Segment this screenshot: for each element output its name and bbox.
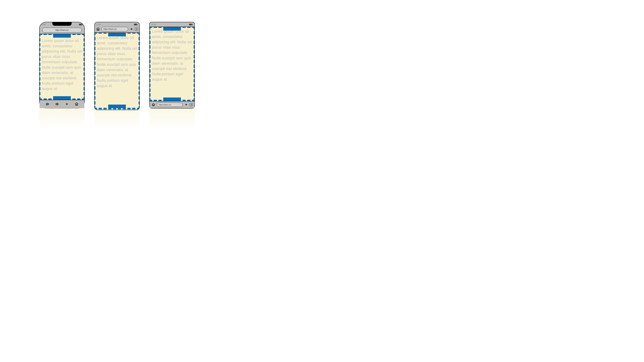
- diagram-three-mobile-viewports: 11:45 https://bram.us/ Lorem ipsum dolor…: [0, 0, 235, 132]
- viewport-marker-top: [53, 34, 71, 38]
- status-time: 11:45: [96, 24, 100, 25]
- phone1-overflow-text: Lorem ipsum dolor sit amet, consectetur …: [39, 108, 85, 132]
- page-body-text: Lorem ipsum dolor sit amet, consectetur …: [152, 29, 193, 82]
- viewport-marker-bottom: [108, 105, 126, 108]
- viewport-marker-bottom: [53, 96, 71, 100]
- phone3-overflow-text: Lorem ipsum dolor sit amet, consectetur …: [149, 108, 195, 132]
- address-bar[interactable]: https://bram.us/: [157, 103, 183, 107]
- page-body-text: Lorem ipsum dolor sit amet, consectetur …: [97, 35, 138, 88]
- browser-bottom-nav: +: [40, 100, 84, 108]
- browser-bottom-toolbar: https://bram.us/ + 5: [150, 101, 194, 108]
- phone-mockup-3: 11:45 Lorem ipsum dolor sit amet, consec…: [149, 22, 195, 108]
- new-tab-icon[interactable]: +: [65, 102, 69, 106]
- browser-viewport: Lorem ipsum dolor sit amet, consectetur …: [95, 32, 140, 110]
- phone2-overflow-text: Lorem ipsum dolor sit amet, consectetur …: [94, 110, 140, 132]
- forward-icon[interactable]: [55, 102, 59, 106]
- address-bar-url: https://bram.us/: [159, 104, 171, 106]
- phone-mockup-1: 11:45 https://bram.us/ Lorem ipsum dolor…: [39, 22, 85, 108]
- browser-viewport: Lorem ipsum dolor sit amet, consectetur …: [150, 27, 194, 101]
- status-time: 11:45: [42, 24, 46, 25]
- battery-icon: [79, 24, 82, 25]
- status-bar: 11:45: [150, 22, 194, 27]
- home-icon[interactable]: [151, 103, 156, 107]
- home-icon[interactable]: [74, 102, 79, 106]
- battery-icon: [189, 24, 192, 25]
- address-bar[interactable]: https://bram.us/: [102, 27, 128, 31]
- browser-viewport: Lorem ipsum dolor sit amet, consectetur …: [40, 34, 84, 100]
- home-icon[interactable]: [96, 27, 100, 31]
- tab-count-badge[interactable]: 5: [190, 103, 193, 106]
- tab-count-value: 5: [136, 28, 137, 30]
- viewport-marker-bottom: [163, 97, 181, 101]
- battery-icon: [134, 24, 138, 25]
- page-body-text: Lorem ipsum dolor sit amet, consectetur …: [42, 38, 83, 91]
- status-time: 11:45: [152, 24, 156, 25]
- tab-count-badge[interactable]: 5: [135, 27, 138, 31]
- back-icon[interactable]: [45, 102, 50, 106]
- address-bar[interactable]: https://bram.us/: [42, 28, 82, 32]
- tab-count-value: 5: [191, 104, 192, 106]
- status-bar: 11:45: [40, 22, 84, 27]
- new-tab-icon[interactable]: +: [130, 27, 134, 31]
- status-bar: 11:45: [95, 22, 140, 27]
- phone-mockup-2: 11:45 https://bram.us/ + 5 Lorem ipsum d…: [94, 22, 140, 110]
- address-bar-url: https://bram.us/: [55, 29, 69, 31]
- new-tab-icon[interactable]: +: [184, 103, 188, 107]
- browser-top-toolbar: https://bram.us/ + 5: [96, 26, 138, 32]
- address-bar-url: https://bram.us/: [104, 28, 117, 30]
